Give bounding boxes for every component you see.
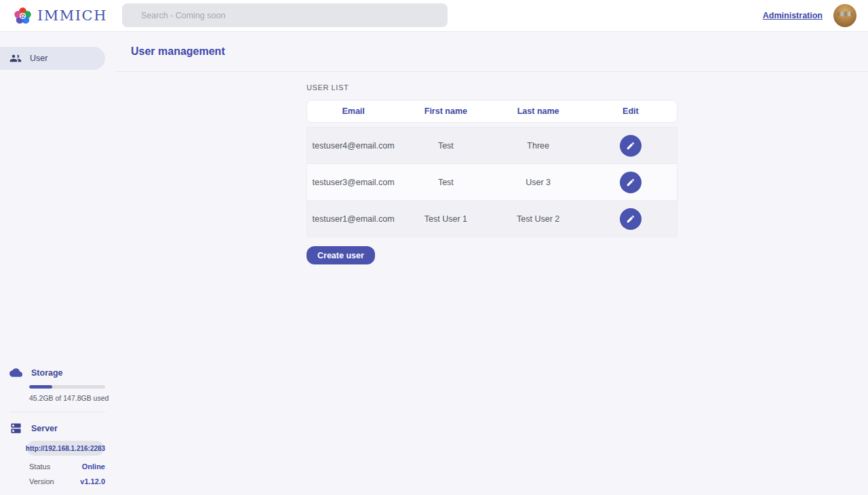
page-title: User management — [131, 45, 225, 58]
cell-first-name: Test — [399, 178, 492, 187]
immich-logo-icon — [14, 7, 32, 25]
table-row: testuser3@email.com Test User 3 — [307, 163, 677, 200]
page-header: User management — [116, 32, 868, 72]
storage-title: Storage — [31, 368, 63, 378]
col-header-first-name: First name — [399, 106, 492, 116]
col-header-email: Email — [307, 106, 399, 116]
storage-progress-bar — [29, 385, 105, 389]
col-header-last-name: Last name — [492, 106, 585, 116]
cell-first-name: Test User 1 — [399, 214, 492, 224]
search-input[interactable] — [122, 3, 448, 27]
sidebar-item-user[interactable]: User — [0, 47, 105, 70]
cell-first-name: Test — [399, 141, 492, 151]
app-brand[interactable]: IMMICH — [0, 7, 122, 25]
pencil-icon — [626, 141, 635, 151]
storage-usage-text: 45.2GB of 147.8GB used — [29, 394, 116, 402]
edit-user-button[interactable] — [620, 135, 642, 157]
user-list-label: USER LIST — [307, 83, 868, 92]
server-url-chip: http://192.168.1.216:2283 — [27, 441, 104, 456]
edit-user-button[interactable] — [620, 208, 642, 230]
pencil-icon — [626, 214, 635, 224]
col-header-edit: Edit — [585, 106, 677, 116]
administration-link[interactable]: Administration — [763, 11, 823, 20]
storage-progress-fill — [29, 385, 52, 389]
server-version-value: v1.12.0 — [80, 477, 105, 486]
cell-last-name: Test User 2 — [492, 214, 585, 224]
pencil-icon — [626, 178, 635, 187]
sidebar-divider — [9, 412, 105, 412]
server-icon — [9, 422, 22, 435]
main-content: User management USER LIST Email First na… — [116, 32, 868, 495]
sidebar: User Storage 45.2GB of 147.8GB used — [0, 32, 116, 495]
table-body: testuser4@email.com Test Three te — [307, 127, 677, 237]
user-avatar[interactable] — [833, 4, 856, 27]
server-title: Server — [31, 424, 58, 433]
table-header-row: Email First name Last name Edit — [307, 100, 677, 123]
user-table: Email First name Last name Edit testuser… — [307, 100, 677, 237]
cell-email: testuser1@email.com — [307, 214, 399, 224]
cell-email: testuser4@email.com — [307, 141, 399, 151]
server-status-value: Online — [82, 462, 105, 471]
server-status-label: Status — [29, 462, 50, 471]
cell-email: testuser3@email.com — [307, 178, 399, 187]
sidebar-item-label: User — [30, 54, 47, 63]
sidebar-status-panel: Storage 45.2GB of 147.8GB used Server ht… — [0, 366, 116, 495]
top-bar: IMMICH Administration — [0, 0, 868, 32]
create-user-button[interactable]: Create user — [307, 246, 375, 264]
table-row: testuser1@email.com Test User 1 Test Use… — [307, 200, 677, 237]
cell-last-name: Three — [492, 141, 585, 151]
server-version-label: Version — [29, 477, 54, 486]
cell-last-name: User 3 — [492, 178, 585, 187]
cloud-icon — [9, 366, 22, 379]
edit-user-button[interactable] — [620, 172, 642, 193]
app-title: IMMICH — [37, 7, 107, 24]
table-row: testuser4@email.com Test Three — [307, 127, 677, 163]
people-icon — [9, 52, 22, 64]
